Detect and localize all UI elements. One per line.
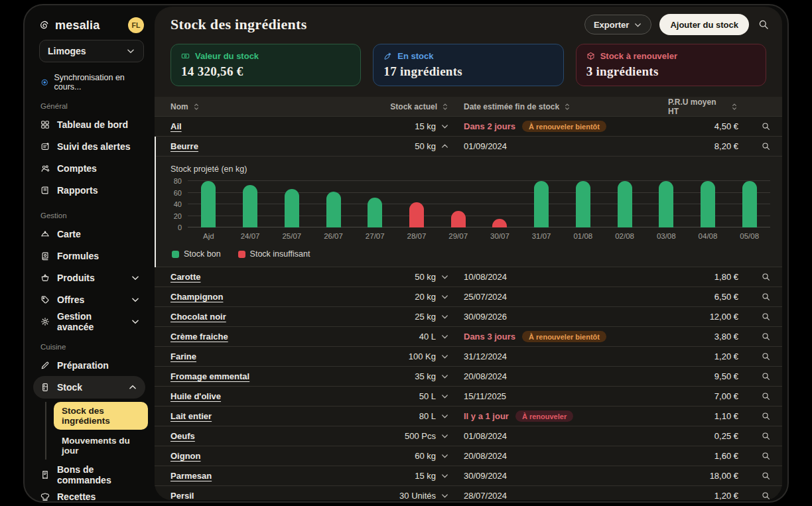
bar-02-08[interactable] — [618, 181, 632, 227]
bar-01-08[interactable] — [576, 181, 590, 227]
column-header-stock-actuel[interactable]: Stock actuel — [370, 102, 449, 111]
sidebar-item-stock[interactable]: Stock — [33, 376, 145, 399]
stock-cell[interactable]: 80 L — [370, 411, 449, 421]
bar-03-08[interactable] — [659, 181, 673, 227]
ingredient-name-link[interactable]: Ail — [170, 121, 182, 131]
row-search-button[interactable] — [762, 392, 770, 401]
ingredient-name-link[interactable]: Huile d'olive — [170, 391, 221, 401]
ingredient-name-link[interactable]: Parmesan — [170, 471, 212, 481]
date-text: 01/08/2024 — [464, 431, 507, 441]
stock-cell[interactable]: 50 kg — [370, 141, 449, 151]
stat-card-label-text: Valeur du stock — [195, 51, 259, 61]
sidebar-subitem-stock-des-ingredients[interactable]: Stock des ingrédients — [54, 402, 148, 430]
bar-slot — [230, 181, 271, 227]
sidebar-item-tableau-de-bord[interactable]: Tableau de bord — [39, 113, 148, 135]
bar-31-07[interactable] — [534, 181, 549, 227]
x-tick-label: 05/08 — [728, 232, 770, 240]
stock-cell[interactable]: 40 L — [370, 332, 449, 342]
date-text: 20/08/2024 — [464, 371, 507, 381]
bar-25-07[interactable] — [285, 189, 299, 227]
stock-cell[interactable]: 100 Kg — [370, 351, 449, 361]
sidebar-subitem-mouvements-du-jour[interactable]: Mouvements du jour — [54, 432, 148, 460]
search-icon[interactable] — [758, 19, 769, 30]
chevron-down-icon — [440, 392, 449, 401]
x-tick-label: 29/07 — [437, 232, 479, 240]
stock-cell[interactable]: 30 Unités — [370, 491, 449, 500]
column-header-nom[interactable]: Nom — [170, 102, 370, 111]
ingredient-name-link[interactable]: Carotte — [170, 272, 201, 282]
stock-value: 20 kg — [415, 292, 436, 302]
sidebar-item-formules[interactable]: Formules — [39, 245, 148, 267]
stock-cell[interactable]: 500 Pcs — [370, 431, 449, 441]
sidebar-nav: GénéralTableau de bordSuivi des alertesC… — [39, 102, 148, 501]
row-search-button[interactable] — [762, 372, 770, 381]
sidebar-item-recettes[interactable]: Recettes — [39, 485, 148, 501]
stat-card-stock-a-renouveler: Stock à renouveler3 ingrédients — [576, 44, 766, 86]
bar-27-07[interactable] — [368, 198, 382, 227]
row-search-button[interactable] — [762, 292, 770, 301]
row-search-button[interactable] — [762, 472, 770, 480]
add-stock-button[interactable]: Ajouter du stock — [659, 14, 749, 35]
cloche-icon — [40, 229, 50, 239]
row-search-button[interactable] — [762, 332, 770, 341]
location-select[interactable]: Limoges — [39, 40, 144, 62]
ingredient-name-link[interactable]: Oeufs — [170, 431, 195, 441]
stock-cell[interactable]: 25 kg — [370, 312, 449, 322]
ingredient-name-link[interactable]: Chocolat noir — [170, 312, 226, 322]
bar-04-08[interactable] — [701, 181, 715, 227]
bar-05-08[interactable] — [742, 181, 757, 227]
sidebar-item-gestion-avancee[interactable]: Gestion avancée — [39, 310, 148, 332]
column-header-date-estimee-fin-de-stock[interactable]: Date estimée fin de stock — [449, 102, 668, 111]
stock-cell[interactable]: 35 kg — [370, 371, 449, 381]
row-search-button[interactable] — [762, 432, 770, 440]
chart-plot — [188, 181, 770, 227]
row-search-button[interactable] — [762, 312, 770, 321]
row-search-button[interactable] — [762, 452, 770, 460]
ingredient-name-link[interactable]: Oignon — [170, 451, 201, 461]
row-search-button[interactable] — [762, 412, 770, 420]
row-search-button[interactable] — [762, 273, 770, 281]
row-search-button[interactable] — [762, 122, 770, 131]
row-search-button[interactable] — [762, 142, 770, 151]
name-cell: Carotte — [170, 272, 370, 282]
stock-cell[interactable]: 60 kg — [370, 451, 449, 461]
date-cell: 01/09/2024 — [449, 141, 668, 151]
bar-26-07[interactable] — [326, 192, 341, 227]
sidebar-item-preparation[interactable]: Préparation — [39, 354, 148, 376]
table-row-champignon: Champignon20 kg25/07/20246,50 € — [155, 287, 782, 307]
stock-cell[interactable]: 20 kg — [370, 292, 449, 302]
stock-cell[interactable]: 50 L — [370, 391, 449, 401]
ingredient-name-link[interactable]: Farine — [170, 351, 196, 361]
stock-cell[interactable]: 50 kg — [370, 272, 449, 282]
bar-28-07[interactable] — [409, 202, 424, 228]
actions-cell — [738, 292, 773, 301]
ingredient-name-link[interactable]: Crème fraiche — [170, 332, 228, 342]
bar-29-07[interactable] — [451, 211, 466, 227]
sidebar-item-rapports[interactable]: Rapports — [39, 179, 148, 201]
date-cell: 28/07/2024 — [449, 491, 668, 500]
ingredient-name-link[interactable]: Persil — [170, 491, 194, 500]
ingredient-name-link[interactable]: Lait entier — [170, 411, 212, 421]
bar-ajd[interactable] — [201, 181, 216, 227]
sidebar-item-offres[interactable]: Offres — [39, 288, 148, 310]
row-search-button[interactable] — [762, 352, 770, 361]
export-button[interactable]: Exporter — [584, 15, 651, 34]
ingredient-name-link[interactable]: Beurre — [170, 141, 198, 151]
ingredient-name-link[interactable]: Champignon — [170, 292, 223, 302]
date-text: Dans 2 jours — [464, 121, 515, 131]
sidebar-item-comptes[interactable]: Comptes — [39, 157, 148, 179]
sidebar-item-suivi-des-alertes[interactable]: Suivi des alertes — [39, 135, 148, 157]
avatar[interactable]: FL — [128, 17, 144, 33]
sidebar-item-label: Offres — [57, 294, 84, 305]
stock-cell[interactable]: 15 kg — [370, 471, 449, 481]
sidebar-item-produits[interactable]: Produits — [39, 267, 148, 288]
ingredient-name-link[interactable]: Fromage emmental — [170, 371, 249, 381]
bar-30-07[interactable] — [492, 219, 507, 227]
sidebar-item-bons-de-commandes[interactable]: Bons de commandes — [39, 464, 148, 485]
column-header-p-r-u-moyen-ht[interactable]: P.R.U moyen HT — [668, 97, 738, 116]
bar-24-07[interactable] — [243, 185, 257, 227]
row-search-button[interactable] — [762, 491, 770, 500]
name-cell: Huile d'olive — [170, 391, 370, 401]
stock-cell[interactable]: 15 kg — [370, 121, 449, 131]
sidebar-item-carte[interactable]: Carte — [39, 223, 148, 245]
